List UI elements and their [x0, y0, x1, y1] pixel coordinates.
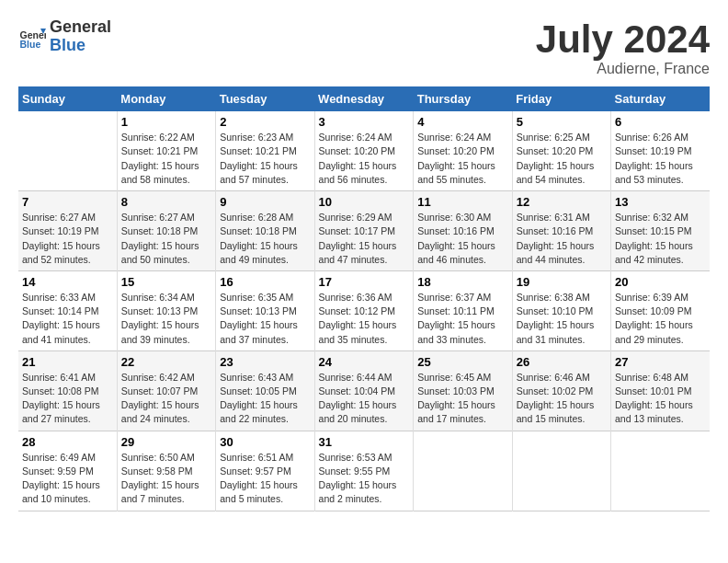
calendar-cell: 20Sunrise: 6:39 AMSunset: 10:09 PMDaylig… — [611, 270, 711, 350]
logo: General Blue General Blue — [18, 18, 111, 55]
day-number: 25 — [417, 355, 507, 369]
calendar-cell: 28Sunrise: 6:49 AMSunset: 9:59 PMDayligh… — [18, 431, 117, 511]
header-day-wednesday: Wednesday — [314, 86, 414, 111]
day-info: Sunrise: 6:27 AMSunset: 10:18 PMDaylight… — [121, 211, 211, 267]
day-number: 22 — [121, 355, 211, 369]
day-number: 5 — [517, 115, 607, 129]
header-day-thursday: Thursday — [414, 86, 512, 111]
calendar-cell: 7Sunrise: 6:27 AMSunset: 10:19 PMDayligh… — [18, 191, 117, 271]
logo-text-blue: Blue — [50, 37, 111, 55]
day-info: Sunrise: 6:35 AMSunset: 10:13 PMDaylight… — [220, 291, 310, 347]
calendar-cell: 15Sunrise: 6:34 AMSunset: 10:13 PMDaylig… — [117, 270, 215, 350]
day-info: Sunrise: 6:43 AMSunset: 10:05 PMDaylight… — [220, 371, 310, 427]
day-number: 11 — [417, 195, 507, 209]
header-day-saturday: Saturday — [611, 86, 711, 111]
day-info: Sunrise: 6:42 AMSunset: 10:07 PMDaylight… — [121, 371, 211, 427]
day-info: Sunrise: 6:22 AMSunset: 10:21 PMDaylight… — [121, 131, 211, 187]
header-day-friday: Friday — [512, 86, 610, 111]
day-info: Sunrise: 6:33 AMSunset: 10:14 PMDaylight… — [22, 291, 113, 347]
calendar-table: SundayMondayTuesdayWednesdayThursdayFrid… — [18, 86, 710, 511]
day-info: Sunrise: 6:29 AMSunset: 10:17 PMDaylight… — [319, 211, 410, 267]
day-info: Sunrise: 6:49 AMSunset: 9:59 PMDaylight:… — [22, 451, 113, 507]
day-number: 3 — [319, 115, 410, 129]
calendar-body: 1Sunrise: 6:22 AMSunset: 10:21 PMDayligh… — [18, 111, 710, 511]
calendar-cell: 16Sunrise: 6:35 AMSunset: 10:13 PMDaylig… — [216, 270, 314, 350]
day-number: 2 — [220, 115, 310, 129]
day-info: Sunrise: 6:46 AMSunset: 10:02 PMDaylight… — [517, 371, 607, 427]
calendar-cell — [512, 431, 610, 511]
day-info: Sunrise: 6:51 AMSunset: 9:57 PMDaylight:… — [220, 451, 310, 507]
day-info: Sunrise: 6:41 AMSunset: 10:08 PMDaylight… — [22, 371, 113, 427]
calendar-cell: 4Sunrise: 6:24 AMSunset: 10:20 PMDayligh… — [414, 111, 512, 190]
day-number: 21 — [22, 355, 113, 369]
day-number: 27 — [615, 355, 706, 369]
day-number: 9 — [220, 195, 310, 209]
day-number: 12 — [517, 195, 607, 209]
calendar-cell: 3Sunrise: 6:24 AMSunset: 10:20 PMDayligh… — [314, 111, 414, 190]
day-number: 1 — [121, 115, 211, 129]
day-number: 16 — [220, 275, 310, 289]
calendar-cell: 11Sunrise: 6:30 AMSunset: 10:16 PMDaylig… — [414, 191, 512, 271]
day-number: 14 — [22, 275, 113, 289]
calendar-cell: 5Sunrise: 6:25 AMSunset: 10:20 PMDayligh… — [512, 111, 610, 190]
week-row-5: 28Sunrise: 6:49 AMSunset: 9:59 PMDayligh… — [18, 431, 710, 511]
day-number: 26 — [517, 355, 607, 369]
day-info: Sunrise: 6:44 AMSunset: 10:04 PMDaylight… — [319, 371, 410, 427]
logo-icon: General Blue — [18, 23, 46, 51]
calendar-cell: 29Sunrise: 6:50 AMSunset: 9:58 PMDayligh… — [117, 431, 215, 511]
day-info: Sunrise: 6:37 AMSunset: 10:11 PMDaylight… — [417, 291, 507, 347]
calendar-cell: 24Sunrise: 6:44 AMSunset: 10:04 PMDaylig… — [314, 350, 414, 431]
day-info: Sunrise: 6:32 AMSunset: 10:15 PMDaylight… — [615, 211, 706, 267]
title-area: July 2024 Audierne, France — [536, 18, 710, 77]
calendar-cell: 6Sunrise: 6:26 AMSunset: 10:19 PMDayligh… — [611, 111, 711, 190]
svg-text:Blue: Blue — [20, 39, 41, 50]
day-number: 31 — [319, 435, 410, 449]
logo-text-general: General — [50, 18, 111, 37]
day-number: 20 — [615, 275, 706, 289]
day-info: Sunrise: 6:48 AMSunset: 10:01 PMDaylight… — [615, 371, 706, 427]
calendar-cell: 17Sunrise: 6:36 AMSunset: 10:12 PMDaylig… — [314, 270, 414, 350]
calendar-cell: 30Sunrise: 6:51 AMSunset: 9:57 PMDayligh… — [216, 431, 314, 511]
day-info: Sunrise: 6:34 AMSunset: 10:13 PMDaylight… — [121, 291, 211, 347]
calendar-cell: 12Sunrise: 6:31 AMSunset: 10:16 PMDaylig… — [512, 191, 610, 271]
day-info: Sunrise: 6:31 AMSunset: 10:16 PMDaylight… — [517, 211, 607, 267]
day-number: 18 — [417, 275, 507, 289]
day-info: Sunrise: 6:24 AMSunset: 10:20 PMDaylight… — [417, 131, 507, 187]
header-day-monday: Monday — [117, 86, 215, 111]
day-info: Sunrise: 6:26 AMSunset: 10:19 PMDaylight… — [615, 131, 706, 187]
day-number: 17 — [319, 275, 410, 289]
day-info: Sunrise: 6:53 AMSunset: 9:55 PMDaylight:… — [319, 451, 410, 507]
day-info: Sunrise: 6:28 AMSunset: 10:18 PMDaylight… — [220, 211, 310, 267]
page-subtitle: Audierne, France — [536, 61, 710, 77]
calendar-cell: 1Sunrise: 6:22 AMSunset: 10:21 PMDayligh… — [117, 111, 215, 190]
calendar-cell: 10Sunrise: 6:29 AMSunset: 10:17 PMDaylig… — [314, 191, 414, 271]
day-number: 19 — [517, 275, 607, 289]
calendar-cell: 18Sunrise: 6:37 AMSunset: 10:11 PMDaylig… — [414, 270, 512, 350]
page-title: July 2024 — [536, 18, 710, 61]
day-number: 15 — [121, 275, 211, 289]
calendar-cell: 22Sunrise: 6:42 AMSunset: 10:07 PMDaylig… — [117, 350, 215, 431]
calendar-cell: 21Sunrise: 6:41 AMSunset: 10:08 PMDaylig… — [18, 350, 117, 431]
header-day-sunday: Sunday — [18, 86, 117, 111]
day-info: Sunrise: 6:38 AMSunset: 10:10 PMDaylight… — [517, 291, 607, 347]
calendar-cell: 27Sunrise: 6:48 AMSunset: 10:01 PMDaylig… — [611, 350, 711, 431]
day-number: 7 — [22, 195, 113, 209]
calendar-cell: 19Sunrise: 6:38 AMSunset: 10:10 PMDaylig… — [512, 270, 610, 350]
day-number: 10 — [319, 195, 410, 209]
day-info: Sunrise: 6:50 AMSunset: 9:58 PMDaylight:… — [121, 451, 211, 507]
day-info: Sunrise: 6:45 AMSunset: 10:03 PMDaylight… — [417, 371, 507, 427]
calendar-cell: 25Sunrise: 6:45 AMSunset: 10:03 PMDaylig… — [414, 350, 512, 431]
day-info: Sunrise: 6:23 AMSunset: 10:21 PMDaylight… — [220, 131, 310, 187]
day-number: 28 — [22, 435, 113, 449]
header: General Blue General Blue July 2024 Audi… — [18, 18, 710, 77]
calendar-cell: 26Sunrise: 6:46 AMSunset: 10:02 PMDaylig… — [512, 350, 610, 431]
day-number: 30 — [220, 435, 310, 449]
calendar-cell: 2Sunrise: 6:23 AMSunset: 10:21 PMDayligh… — [216, 111, 314, 190]
calendar-cell: 9Sunrise: 6:28 AMSunset: 10:18 PMDayligh… — [216, 191, 314, 271]
day-info: Sunrise: 6:27 AMSunset: 10:19 PMDaylight… — [22, 211, 113, 267]
week-row-1: 1Sunrise: 6:22 AMSunset: 10:21 PMDayligh… — [18, 111, 710, 190]
calendar-cell — [18, 111, 117, 190]
calendar-cell: 23Sunrise: 6:43 AMSunset: 10:05 PMDaylig… — [216, 350, 314, 431]
calendar-cell: 31Sunrise: 6:53 AMSunset: 9:55 PMDayligh… — [314, 431, 414, 511]
header-day-tuesday: Tuesday — [216, 86, 314, 111]
